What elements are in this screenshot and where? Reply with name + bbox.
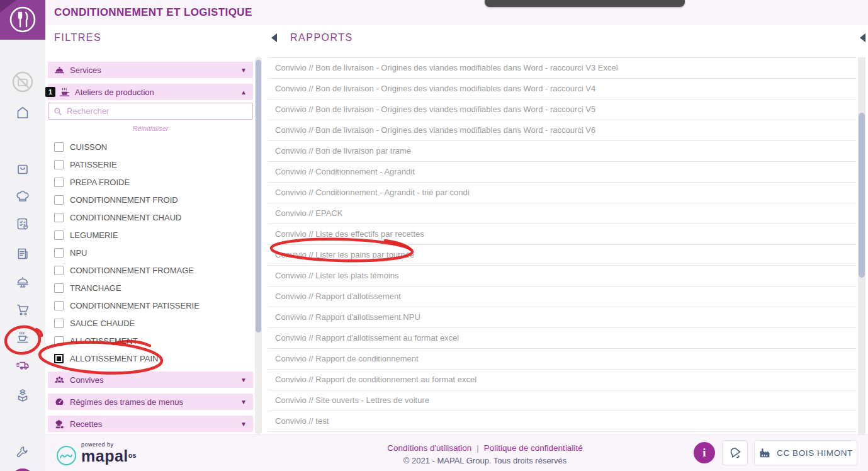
checkbox[interactable]: [54, 319, 64, 328]
checkbox[interactable]: [54, 160, 64, 169]
report-item[interactable]: Convivio // Rapport d'allotissement NPU: [268, 307, 856, 328]
delivery-truck-icon[interactable]: [15, 358, 30, 373]
checkbox-row[interactable]: CUISSON: [54, 138, 256, 156]
filters-scrollbar[interactable]: [255, 57, 262, 434]
menu-checklist-icon[interactable]: [15, 217, 30, 232]
filter-group-regimes[interactable]: Régimes des trames de menus ▼: [48, 394, 253, 410]
no-camera-icon[interactable]: [10, 69, 35, 94]
report-item[interactable]: Convivio // Bon de livraison - Origines …: [268, 120, 856, 141]
collapse-right-icon[interactable]: [860, 33, 865, 42]
filter-group-ateliers[interactable]: 1 Ateliers de production ▲: [48, 84, 253, 100]
report-item[interactable]: Convivio // Rapport d'allotissement: [268, 287, 856, 307]
chevron-down-icon: ▼: [240, 399, 247, 406]
report-item[interactable]: Convivio // Bon de livraison - Origines …: [268, 79, 856, 99]
cloche-icon[interactable]: [15, 275, 30, 290]
report-item[interactable]: Convivio // Bon de livraison - Origines …: [268, 58, 856, 79]
terms-link[interactable]: Conditions d'utilisation: [387, 443, 471, 453]
info-icon: i: [702, 446, 706, 460]
chef-hat-icon[interactable]: [15, 189, 30, 204]
info-button[interactable]: i: [694, 442, 715, 463]
package-icon[interactable]: [15, 388, 30, 403]
report-item[interactable]: Convivio // Rapport de conditionnement: [268, 349, 856, 370]
link-separator: |: [476, 443, 479, 453]
search-input[interactable]: [67, 106, 247, 116]
home-icon[interactable]: [15, 105, 30, 120]
checkbox-row[interactable]: LEGUMERIE: [54, 226, 256, 244]
filters-panel: FILTRES Services ▼ 1 Ateliers de product…: [45, 25, 264, 434]
checkbox[interactable]: [54, 248, 64, 258]
checkbox[interactable]: [54, 230, 64, 240]
report-list: Convivio // Bon de livraison - Origines …: [268, 57, 856, 432]
checkbox-checked[interactable]: [54, 354, 64, 363]
site-selector-button[interactable]: CC BOIS HIMONT: [754, 440, 857, 465]
checkbox[interactable]: [54, 283, 64, 293]
checkbox-label: LEGUMERIE: [70, 230, 118, 240]
checkbox-row-allotissement-pain[interactable]: ALLOTISSEMENT PAIN: [54, 349, 256, 367]
report-item[interactable]: Convivio // Conditionnement - Agrandit: [268, 162, 856, 183]
checkbox-label: CUISSON: [70, 142, 107, 152]
reset-filters-link[interactable]: Réinitialiser: [45, 125, 256, 132]
filter-group-convives[interactable]: Convives ▼: [48, 372, 253, 388]
report-item[interactable]: Convivio // Rapport de conditionnement a…: [268, 370, 856, 390]
report-item[interactable]: Convivio // Lister les plats témoins: [268, 266, 856, 287]
factory-icon: [758, 447, 771, 458]
checkbox-row[interactable]: CONDITIONNEMENT FROID: [54, 191, 256, 208]
collapse-left-icon[interactable]: [271, 33, 277, 42]
cart-icon[interactable]: [15, 302, 30, 317]
screen-capture-toolbar: [485, 0, 685, 7]
checkbox-row[interactable]: CONDITIONNEMENT PATISSERIE: [54, 297, 256, 314]
filter-group-recettes[interactable]: Recettes ▼: [48, 416, 253, 432]
invoice-icon[interactable]: [15, 246, 30, 261]
report-item-lister-pains[interactable]: Convivio // Lister les pains par tournée: [268, 245, 856, 266]
reports-panel: RAPPORTS Convivio // Bon de livraison - …: [264, 25, 868, 434]
checkbox-label: CONDITIONNEMENT CHAUD: [70, 213, 181, 222]
hot-meal-icon[interactable]: [15, 330, 30, 345]
wrench-icon[interactable]: [15, 445, 30, 460]
report-item[interactable]: Convivio // Rapport d'allotissement au f…: [268, 328, 856, 349]
checkbox[interactable]: [54, 301, 64, 310]
checkbox[interactable]: [54, 213, 64, 222]
report-item[interactable]: Convivio // Bon de livraison par trame: [268, 141, 856, 162]
chevron-down-icon: ▼: [240, 67, 247, 74]
report-item[interactable]: Convivio // Site ouverts - Lettres de vo…: [268, 390, 856, 411]
notifications-button[interactable]: [722, 440, 748, 465]
gauge-icon: [54, 397, 65, 407]
filters-title: FILTRES: [54, 32, 101, 43]
checkbox-row[interactable]: ALLOTISSEMENT: [54, 332, 256, 349]
filter-group-services[interactable]: Services ▼: [48, 62, 253, 78]
checkbox-row[interactable]: TRANCHAGE: [54, 279, 256, 297]
privacy-link[interactable]: Politique de confidentialité: [484, 443, 583, 453]
checkbox[interactable]: [54, 195, 64, 205]
hot-dish-icon: [59, 87, 70, 98]
filter-count-badge: 1: [45, 87, 55, 97]
reports-scrollbar[interactable]: [858, 57, 865, 434]
filter-group-label: Recettes: [70, 419, 240, 429]
chevron-down-icon: ▼: [240, 421, 247, 428]
report-item[interactable]: Convivio // Conditionnement - Agrandit -…: [268, 183, 856, 203]
mapal-brand: mapal: [81, 447, 128, 465]
site-name: CC BOIS HIMONT: [777, 448, 853, 458]
checkbox-label: CONDITIONNEMENT FROMAGE: [70, 266, 194, 275]
checkbox-row[interactable]: PATISSERIE: [54, 156, 256, 173]
checkbox[interactable]: [54, 336, 64, 346]
report-item[interactable]: Convivio // EPACK: [268, 203, 856, 224]
report-item[interactable]: Convivio // Liste des effectifs par rece…: [268, 224, 856, 245]
checkbox[interactable]: [54, 178, 64, 187]
checkbox[interactable]: [54, 142, 64, 152]
checkbox-row[interactable]: CONDITIONNEMENT FROMAGE: [54, 261, 256, 279]
checkbox-row[interactable]: NPU: [54, 244, 256, 261]
report-item[interactable]: Convivio // Bon de livraison - Origines …: [268, 99, 856, 120]
mapal-wave-icon: [57, 446, 76, 465]
filter-group-label: Régimes des trames de menus: [70, 397, 240, 407]
reports-scrollbar-thumb[interactable]: [859, 113, 865, 278]
checkbox-row[interactable]: PREPA FROIDE: [54, 173, 256, 191]
report-item[interactable]: Convivio // test: [268, 411, 856, 432]
checkbox-row[interactable]: SAUCE CHAUDE: [54, 314, 256, 332]
checkbox-row[interactable]: CONDITIONNEMENT CHAUD: [54, 208, 256, 226]
copyright-text: © 2021 - MAPAL Group. Tous droits réserv…: [387, 456, 582, 465]
filters-scrollbar-thumb[interactable]: [256, 60, 261, 332]
app-logo-icon[interactable]: [10, 468, 35, 471]
shopping-bag-icon[interactable]: [15, 161, 30, 176]
app-logo[interactable]: [0, 0, 45, 40]
checkbox[interactable]: [54, 266, 64, 275]
